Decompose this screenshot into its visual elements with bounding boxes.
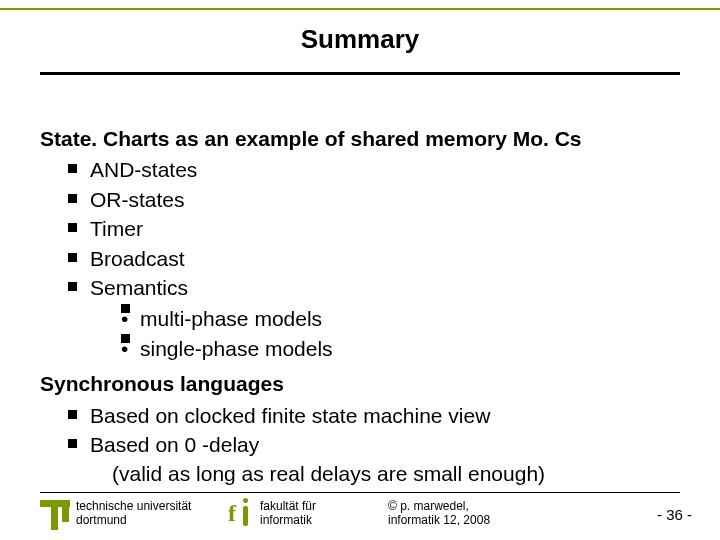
copyright-line2: informatik 12, 2008 bbox=[388, 513, 490, 527]
list-item-label: single-phase models bbox=[140, 337, 333, 360]
faculty-name-line1: fakultät für bbox=[260, 499, 316, 513]
list-item: Timer bbox=[68, 214, 680, 243]
section-1-list: AND-states OR-states Timer Broadcast Sem… bbox=[68, 155, 680, 363]
copyright-line1: © p. marwedel, bbox=[388, 499, 469, 513]
title-area: Summary bbox=[0, 24, 720, 55]
list-item-label: Timer bbox=[90, 217, 143, 240]
university-name: technische universität dortmund bbox=[76, 500, 191, 528]
footer: technische universität dortmund f fakult… bbox=[0, 492, 720, 536]
list-item: Based on clocked finite state machine vi… bbox=[68, 401, 680, 430]
university-name-line2: dortmund bbox=[76, 513, 127, 527]
list-item-label: Broadcast bbox=[90, 247, 185, 270]
section-heading-2: Synchronous languages bbox=[40, 369, 680, 398]
copyright: © p. marwedel, informatik 12, 2008 bbox=[388, 500, 490, 528]
section-2-list: Based on clocked finite state machine vi… bbox=[68, 401, 680, 489]
title-underline bbox=[40, 72, 680, 75]
list-item-label: OR-states bbox=[90, 188, 185, 211]
list-item: Broadcast bbox=[68, 244, 680, 273]
footer-rule bbox=[40, 492, 680, 493]
page-number: - 36 - bbox=[657, 506, 692, 523]
list-item-label: Based on 0 -delay bbox=[90, 433, 259, 456]
list-item: multi-phase models bbox=[118, 304, 680, 333]
university-name-line1: technische universität bbox=[76, 499, 191, 513]
list-item: Based on 0 -delay (valid as long as real… bbox=[68, 430, 680, 489]
tu-dortmund-logo-icon bbox=[40, 500, 70, 530]
list-item-label: Based on clocked finite state machine vi… bbox=[90, 404, 490, 427]
section-heading-1: State. Charts as an example of shared me… bbox=[40, 124, 680, 153]
body-content: State. Charts as an example of shared me… bbox=[40, 124, 680, 495]
list-item-label: Semantics bbox=[90, 276, 188, 299]
list-item: single-phase models bbox=[118, 334, 680, 363]
list-item: Semantics multi-phase models single-phas… bbox=[68, 273, 680, 363]
top-accent-rule bbox=[0, 8, 720, 10]
faculty-name: fakultät für informatik bbox=[260, 500, 316, 528]
list-item-label: AND-states bbox=[90, 158, 197, 181]
faculty-name-line2: informatik bbox=[260, 513, 312, 527]
list-item: OR-states bbox=[68, 185, 680, 214]
slide-title: Summary bbox=[301, 24, 420, 54]
list-item: AND-states bbox=[68, 155, 680, 184]
list-item-label: multi-phase models bbox=[140, 307, 322, 330]
slide: Summary State. Charts as an example of s… bbox=[0, 0, 720, 540]
parenthetical-note: (valid as long as real delays are small … bbox=[90, 459, 680, 488]
section-1-sublist: multi-phase models single-phase models bbox=[118, 304, 680, 363]
faculty-logo-icon: f bbox=[228, 498, 254, 528]
